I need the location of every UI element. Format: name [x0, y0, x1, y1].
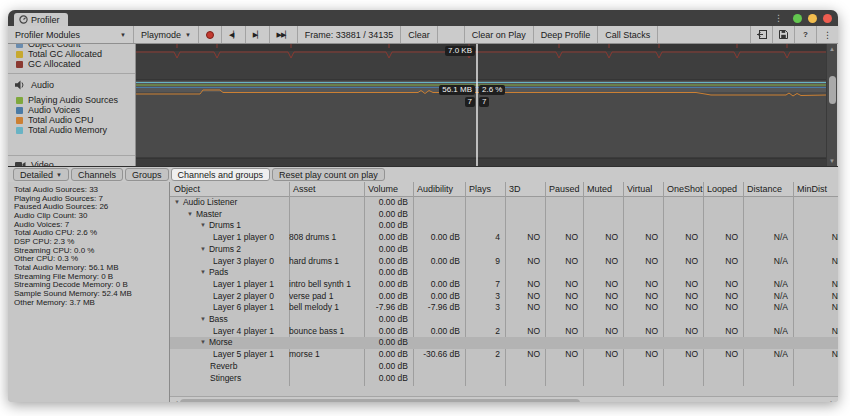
scroll-down-icon[interactable]: ▼	[829, 158, 835, 164]
table-row-bass[interactable]: ▼Bass0.00 dB	[170, 314, 838, 326]
cell-virtual	[623, 337, 663, 349]
cell-virtual	[623, 314, 663, 326]
column-header-distance[interactable]: Distance	[743, 182, 793, 197]
cell-oneshot: NO	[663, 302, 703, 314]
scroll-up-icon[interactable]: ▲	[829, 46, 835, 52]
current-frame-button[interactable]: ▶▶▏	[270, 26, 298, 43]
column-header-muted[interactable]: Muted	[583, 182, 623, 197]
table-row-morse[interactable]: ▼Morse0.00 dB	[170, 337, 838, 349]
tab-detailed[interactable]: Detailed▼	[13, 168, 69, 181]
titlebar-menu-icon[interactable]: ⋮	[774, 14, 783, 23]
window-button-red[interactable]	[823, 14, 832, 23]
tab-channels-and-groups[interactable]: Channels and groups	[171, 168, 271, 181]
column-header-mindist[interactable]: MinDist	[793, 182, 838, 197]
table-row-layer-4-player-1[interactable]: Layer 4 player 1bounce bass 10.00 dB0.00…	[170, 326, 838, 338]
object-label: Layer 1 player 1	[213, 279, 274, 289]
table-row-layer-1-player-0[interactable]: Layer 1 player 0808 drums 10.00 dB0.00 d…	[170, 232, 838, 244]
table-row-layer-6-player-1[interactable]: Layer 6 player 1bell melody 1-7.96 dB-7.…	[170, 302, 838, 314]
clear-button[interactable]: Clear	[401, 26, 438, 43]
legend-item-playing-audio-sources[interactable]: Playing Audio Sources	[16, 95, 118, 105]
table-row-drums-2[interactable]: ▼Drums 20.00 dB	[170, 244, 838, 256]
chart-vertical-scrollbar[interactable]: ▲ ▼	[826, 44, 837, 166]
scroll-left-icon[interactable]: ◀	[173, 400, 178, 402]
cell-d3	[505, 197, 545, 209]
audio-memory-label: 56.1 MB	[439, 85, 475, 95]
table-row-layer-5-player-1[interactable]: Layer 5 player 1morse 10.00 dB-30.66 dB2…	[170, 349, 838, 361]
table-row-drums-1[interactable]: ▼Drums 10.00 dB	[170, 220, 838, 232]
cell-muted: NO	[583, 349, 623, 361]
cell-plays	[465, 361, 505, 373]
cell-distance	[743, 337, 793, 349]
column-header-looped[interactable]: Looped	[703, 182, 743, 197]
column-header-3d[interactable]: 3D	[505, 182, 545, 197]
audio-module-header[interactable]: Audio	[15, 80, 54, 90]
foldout-arrow-icon[interactable]: ▼	[200, 269, 206, 275]
profiler-window-tab[interactable]: Profiler	[14, 13, 68, 26]
prev-frame-button[interactable]: ◀▏	[222, 26, 246, 43]
profiler-gauge-icon	[19, 15, 28, 24]
cell-object: Layer 3 player 0	[170, 256, 289, 268]
tab-groups[interactable]: Groups	[125, 168, 169, 181]
foldout-arrow-icon[interactable]: ▼	[187, 211, 193, 217]
cell-muted	[583, 267, 623, 279]
cell-object: ▼Drums 2	[170, 244, 289, 256]
table-row-layer-2-player-0[interactable]: Layer 2 player 0verse pad 10.00 dB0.00 d…	[170, 291, 838, 303]
window-button-yellow[interactable]	[808, 14, 817, 23]
next-frame-button[interactable]: ▶▏	[246, 26, 270, 43]
column-header-paused[interactable]: Paused	[545, 182, 583, 197]
foldout-arrow-icon[interactable]: ▼	[200, 246, 206, 252]
tab-reset-play-count-on-play[interactable]: Reset play count on play	[272, 168, 385, 181]
legend-item-total-audio-cpu[interactable]: Total Audio CPU	[16, 115, 94, 125]
title-bar[interactable]: Profiler ⋮	[8, 10, 838, 26]
legend-item-audio-voices[interactable]: Audio Voices	[16, 105, 80, 115]
table-row-pads[interactable]: ▼Pads0.00 dB	[170, 267, 838, 279]
column-header-audibility[interactable]: Audibility	[413, 182, 465, 197]
legend-item-gc-allocated[interactable]: GC Allocated	[16, 59, 81, 69]
context-menu-icon[interactable]: ⋮	[816, 26, 838, 43]
call-stacks-dropdown[interactable]: Call Stacks	[598, 26, 658, 43]
deep-profile-toggle[interactable]: Deep Profile	[534, 26, 599, 43]
cell-volume: 0.00 dB	[364, 291, 413, 303]
column-header-oneshot[interactable]: OneShot	[663, 182, 703, 197]
clear-on-play-toggle[interactable]: Clear on Play	[464, 26, 534, 43]
tab-channels[interactable]: Channels	[71, 168, 123, 181]
table-row-audio-listener[interactable]: ▼Audio Listener0.00 dB	[170, 197, 838, 209]
column-header-plays[interactable]: Plays	[465, 182, 505, 197]
table-row-layer-3-player-0[interactable]: Layer 3 player 0hard drums 10.00 dB0.00 …	[170, 256, 838, 268]
cell-d3: NO	[505, 291, 545, 303]
foldout-arrow-icon[interactable]: ▼	[200, 316, 206, 322]
cell-muted	[583, 373, 623, 385]
table-row-reverb[interactable]: Reverb0.00 dB	[170, 361, 838, 373]
cell-object: ▼Bass	[170, 314, 289, 326]
cell-d3: NO	[505, 302, 545, 314]
legend-item-total-audio-memory[interactable]: Total Audio Memory	[16, 125, 107, 135]
scrollbar-thumb[interactable]	[180, 399, 580, 402]
column-header-volume[interactable]: Volume	[364, 182, 413, 197]
cell-paused: NO	[545, 302, 583, 314]
save-profile-icon[interactable]	[772, 26, 794, 43]
cell-plays	[465, 209, 505, 221]
table-row-layer-1-player-1[interactable]: Layer 1 player 1intro bell synth 10.00 d…	[170, 279, 838, 291]
record-button[interactable]	[199, 26, 222, 43]
scrollbar-thumb[interactable]	[829, 76, 836, 104]
help-icon[interactable]: ?	[794, 26, 816, 43]
table-row-stingers[interactable]: Stingers0.00 dB	[170, 373, 838, 385]
table-row-master[interactable]: ▼Master0.00 dB	[170, 209, 838, 221]
foldout-arrow-icon[interactable]: ▼	[200, 222, 206, 228]
column-header-asset[interactable]: Asset	[289, 182, 364, 197]
column-header-virtual[interactable]: Virtual	[623, 182, 663, 197]
profiler-chart-plot[interactable]: 7.0 KB 56.1 MB 2.6 % 7 7	[136, 44, 826, 166]
foldout-arrow-icon[interactable]: ▼	[200, 339, 206, 345]
table-horizontal-scrollbar[interactable]: ◀ ▶	[170, 396, 838, 402]
playmode-dropdown[interactable]: Playmode▼	[134, 26, 199, 43]
profiler-modules-dropdown[interactable]: Profiler Modules▼	[8, 26, 134, 43]
cell-virtual: NO	[623, 232, 663, 244]
window-button-green[interactable]	[793, 14, 802, 23]
load-profile-icon[interactable]	[750, 26, 772, 43]
scroll-right-icon[interactable]: ▶	[830, 400, 835, 402]
cell-audibility: 0.00 dB	[413, 232, 465, 244]
column-header-object[interactable]: Object	[170, 182, 289, 197]
foldout-arrow-icon[interactable]: ▼	[174, 199, 180, 205]
cell-mindist	[793, 197, 838, 209]
legend-item-total-gc-allocated[interactable]: Total GC Allocated	[16, 49, 102, 59]
